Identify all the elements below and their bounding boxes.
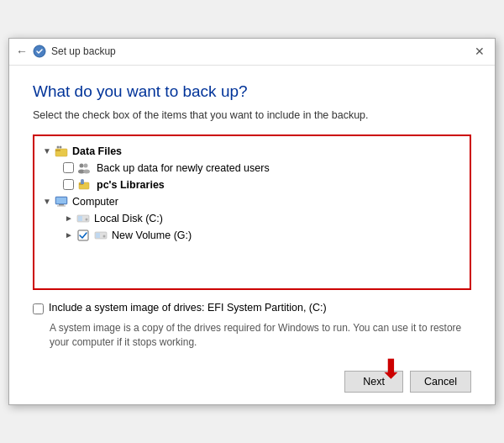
svg-rect-12 bbox=[81, 182, 84, 184]
computer-expand[interactable]: ▼ bbox=[41, 197, 53, 206]
backup-new-users-row: Back up data for newly created users bbox=[63, 160, 463, 177]
backup-new-users-checkbox[interactable] bbox=[63, 162, 74, 173]
new-volume-label: New Volume (G:) bbox=[112, 229, 192, 241]
backup-new-users-label: Back up data for newly created users bbox=[97, 162, 270, 174]
footer: ⬇ Next Cancel bbox=[9, 362, 495, 404]
svg-rect-22 bbox=[96, 233, 100, 238]
subtitle: Select the check box of the items that y… bbox=[33, 109, 471, 121]
svg-rect-14 bbox=[56, 198, 66, 203]
main-content: What do you want to back up? Select the … bbox=[9, 66, 495, 363]
window-title: Set up backup bbox=[51, 45, 116, 57]
system-image-row: Include a system image of drives: EFI Sy… bbox=[33, 302, 471, 314]
computer-children: ► Local Disk (C:) ► bbox=[41, 210, 463, 244]
cancel-button[interactable]: Cancel bbox=[410, 371, 471, 393]
title-bar: ← Set up backup ✕ bbox=[9, 39, 495, 66]
svg-rect-2 bbox=[55, 150, 60, 151]
pcs-libraries-checkbox[interactable] bbox=[63, 179, 74, 190]
data-files-expand[interactable]: ▼ bbox=[41, 146, 53, 156]
pcs-libraries-label: pc's Libraries bbox=[97, 179, 165, 191]
svg-rect-15 bbox=[59, 204, 64, 206]
svg-rect-18 bbox=[78, 216, 82, 221]
close-button[interactable]: ✕ bbox=[471, 43, 488, 60]
local-disk-icon bbox=[76, 212, 90, 225]
backup-icon bbox=[33, 45, 46, 58]
data-files-label: Data Files bbox=[72, 145, 122, 157]
computer-icon bbox=[55, 195, 68, 208]
system-image-description: A system image is a copy of the drives r… bbox=[33, 321, 471, 350]
data-files-row: ▼ Data Files bbox=[41, 143, 463, 160]
new-volume-drive-icon bbox=[94, 229, 108, 242]
setup-backup-window: ← Set up backup ✕ What do you want to ba… bbox=[8, 38, 496, 406]
new-volume-row: ► New Volume (G:) bbox=[63, 227, 463, 244]
next-arrow-indicator: ⬇ bbox=[380, 356, 402, 382]
pcs-libraries-icon bbox=[77, 178, 91, 192]
new-users-icon bbox=[77, 161, 91, 175]
svg-point-4 bbox=[60, 145, 62, 148]
svg-point-8 bbox=[83, 169, 90, 173]
backup-tree-container: ▼ Data Files bbox=[33, 134, 471, 290]
computer-row: ▼ Computer bbox=[41, 193, 463, 210]
system-image-checkbox[interactable] bbox=[33, 303, 44, 314]
back-button[interactable]: ← bbox=[16, 45, 28, 58]
new-volume-checkbox-icon bbox=[76, 229, 90, 242]
svg-rect-16 bbox=[57, 205, 66, 206]
page-title: What do you want to back up? bbox=[33, 82, 471, 101]
svg-point-19 bbox=[86, 218, 88, 220]
svg-point-3 bbox=[57, 145, 60, 148]
local-disk-expand[interactable]: ► bbox=[63, 214, 75, 223]
svg-point-23 bbox=[103, 235, 106, 237]
svg-point-6 bbox=[84, 163, 88, 167]
pcs-libraries-row: pc's Libraries bbox=[63, 177, 463, 193]
data-files-children: Back up data for newly created users pc'… bbox=[41, 160, 463, 193]
local-disk-label: Local Disk (C:) bbox=[94, 213, 163, 224]
computer-label: Computer bbox=[72, 196, 118, 208]
svg-point-5 bbox=[80, 163, 84, 167]
title-bar-left: ← Set up backup bbox=[16, 45, 116, 58]
new-volume-expand[interactable]: ► bbox=[63, 230, 75, 240]
data-files-icon bbox=[55, 145, 68, 158]
local-disk-row: ► Local Disk (C:) bbox=[63, 210, 463, 227]
system-image-label: Include a system image of drives: EFI Sy… bbox=[49, 302, 327, 314]
